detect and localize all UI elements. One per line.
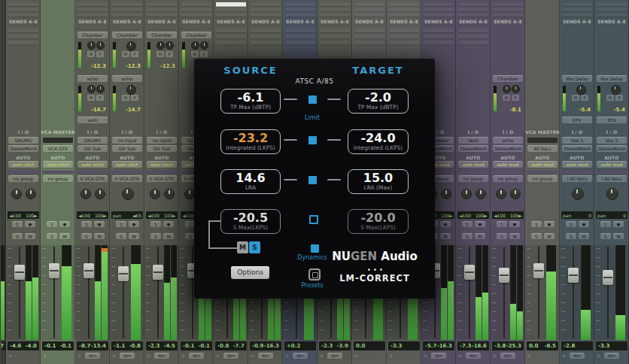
pan-knob[interactable]	[150, 189, 160, 199]
fader-track[interactable]	[88, 247, 90, 338]
solo-button[interactable]: S	[47, 233, 57, 240]
insert-slot[interactable]	[562, 8, 592, 12]
insert-slot[interactable]	[285, 13, 315, 17]
dyn-button[interactable]: dyn	[258, 353, 273, 359]
insert-slot[interactable]	[458, 13, 488, 17]
dyn-button[interactable]: dyn	[431, 353, 446, 359]
insert-slot[interactable]	[493, 2, 523, 7]
lra-link-toggle[interactable]	[308, 176, 317, 184]
group-button[interactable]: no group	[493, 175, 523, 183]
send-slot[interactable]	[285, 35, 315, 39]
input-monitor-button[interactable]: ●	[475, 221, 485, 228]
auto-mode-button[interactable]: auto read	[562, 161, 592, 168]
send-slot[interactable]	[8, 41, 38, 45]
fader-cap[interactable]	[533, 263, 544, 278]
s-channel-button[interactable]: S	[249, 241, 260, 253]
solo-button[interactable]: S	[116, 233, 126, 240]
record-button[interactable]: 1	[150, 221, 161, 228]
pan-knob[interactable]	[572, 188, 584, 200]
send-button[interactable]: echo	[112, 75, 142, 83]
group-button[interactable]: h VCA GTR	[112, 175, 142, 183]
fader-track[interactable]	[19, 247, 20, 338]
solo-button[interactable]: S	[462, 233, 473, 240]
insert-slot[interactable]	[562, 13, 592, 17]
input-button[interactable]: Vox 2	[597, 137, 627, 144]
mute-button[interactable]: M	[475, 233, 485, 240]
insert-slot[interactable]	[354, 13, 384, 17]
record-button[interactable]: 1	[116, 221, 126, 228]
mute-button[interactable]: M	[613, 233, 624, 240]
send-slot[interactable]	[8, 35, 38, 39]
insert-slot[interactable]	[285, 8, 315, 12]
pan-knob[interactable]	[26, 189, 36, 199]
auto-mode-button[interactable]: auto read	[597, 161, 627, 168]
insert-slot[interactable]	[320, 2, 350, 7]
group-button[interactable]: h VCA GTR	[147, 175, 177, 183]
mute-button[interactable]: M	[59, 233, 70, 240]
send-pan-chip[interactable]: P	[200, 51, 208, 57]
input-monitor-button[interactable]: ●	[59, 221, 70, 228]
source-integrated-display[interactable]: -23.2 Integrated (LKFS)	[220, 129, 281, 154]
send-slot[interactable]	[216, 29, 246, 33]
send-button[interactable]: Chamber	[147, 32, 177, 39]
record-button[interactable]: 1	[531, 221, 542, 228]
group-button[interactable]: i All Vocs	[597, 175, 627, 183]
send-button[interactable]: echo	[77, 75, 108, 83]
fader-track[interactable]	[157, 247, 159, 338]
send-pan-chip[interactable]: P	[166, 51, 173, 57]
mute-button[interactable]: M	[440, 233, 451, 240]
pan-knob[interactable]	[461, 189, 472, 199]
target-smax-display[interactable]: -20.0 S Max(LKFS)	[348, 209, 409, 234]
group-button[interactable]: no group	[43, 175, 73, 183]
pan-knob[interactable]	[441, 189, 451, 199]
send-slot[interactable]	[389, 29, 419, 33]
auto-mode-button[interactable]: auto latch	[112, 161, 142, 168]
send-knob[interactable]	[87, 41, 96, 50]
insert-slot[interactable]	[251, 8, 281, 12]
send-slot[interactable]	[354, 29, 384, 33]
dyn-button[interactable]: dyn	[189, 353, 204, 359]
output-button[interactable]: StereoMonit	[493, 145, 523, 153]
send-slot[interactable]	[216, 35, 246, 39]
send-mute-chip[interactable]: M	[87, 51, 95, 57]
fader-track[interactable]	[123, 247, 124, 338]
auto-mode-button[interactable]: auto latch	[43, 161, 73, 168]
insert-slot[interactable]	[112, 13, 142, 17]
pan-knob[interactable]	[11, 189, 22, 199]
m-channel-button[interactable]: M	[237, 241, 248, 253]
solo-button[interactable]: S	[531, 233, 542, 240]
insert-slot[interactable]	[424, 2, 454, 7]
fader-cap[interactable]	[568, 268, 579, 283]
insert-slot[interactable]	[181, 2, 211, 7]
insert-slot[interactable]	[389, 13, 419, 17]
send-mute-chip[interactable]: M	[572, 95, 579, 101]
send-button[interactable]: Chamber	[493, 75, 523, 83]
input-button[interactable]: DRUMS	[8, 137, 38, 144]
fader-track[interactable]	[573, 247, 574, 338]
send-slot[interactable]	[216, 41, 246, 45]
input-button[interactable]: DRUMS	[77, 137, 108, 144]
output-button[interactable]: StereoMonit	[597, 145, 627, 153]
insert-slot[interactable]	[251, 13, 281, 17]
dyn-button[interactable]: dyn	[500, 353, 515, 359]
group-button[interactable]: h VCA GTR	[77, 175, 108, 183]
fader-track[interactable]	[469, 247, 470, 338]
auto-mode-button[interactable]: auto latch	[8, 161, 38, 168]
send-knob[interactable]	[166, 41, 174, 50]
fader-track[interactable]	[503, 247, 505, 338]
mute-button[interactable]: M	[579, 233, 589, 240]
dyn-button[interactable]: dyn	[466, 353, 481, 359]
send-slot[interactable]	[320, 29, 350, 33]
send-slot[interactable]	[458, 41, 488, 45]
send-mute-chip[interactable]: M	[122, 51, 129, 57]
fader-track[interactable]	[538, 247, 539, 338]
output-button[interactable]: All Vocs	[527, 145, 558, 153]
send-mute-chip[interactable]: M	[606, 95, 614, 101]
source-smax-display[interactable]: -20.5 S Max(LKFS)	[220, 209, 281, 234]
fader-cap[interactable]	[14, 265, 25, 280]
send-button[interactable]: Vox Delay	[597, 75, 627, 83]
insert-slot[interactable]	[216, 2, 246, 7]
record-button[interactable]: 1	[497, 221, 507, 228]
pan-knob[interactable]	[122, 188, 134, 200]
input-monitor-button[interactable]: ●	[129, 221, 139, 228]
